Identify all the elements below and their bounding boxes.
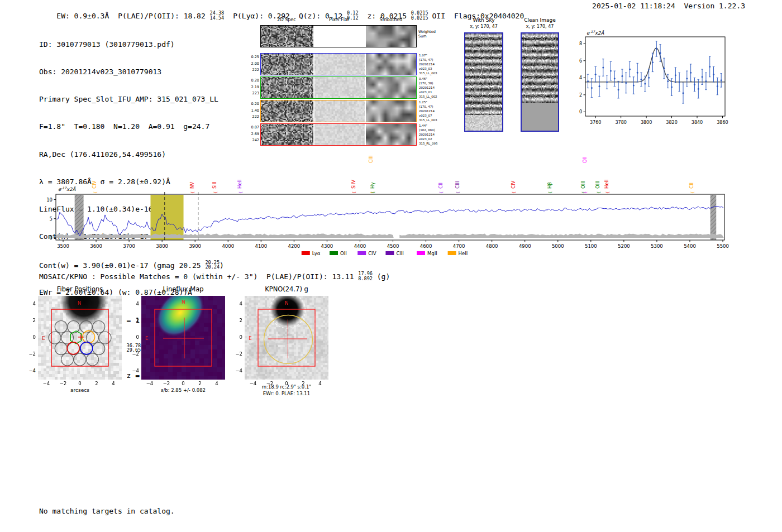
flux-point (621, 75, 623, 77)
spec2d-fiber-strip (260, 123, 417, 146)
ytick-label: 10 (46, 197, 53, 203)
flux-point (713, 74, 714, 75)
gaussian-fit-line (585, 48, 725, 82)
flux-point (606, 81, 608, 83)
spec2d-row-left-labels: 0.20 1.40 222 (244, 101, 259, 121)
flux-point (618, 89, 619, 90)
legend-swatch (330, 251, 338, 255)
cutout-xtick-label: −4 (247, 381, 259, 386)
spec2d-weighted-strip (260, 25, 417, 47)
emission-line-label: CIII (368, 156, 374, 163)
xtick-label: 3800 (641, 120, 652, 125)
with-sky-title: With Sky (464, 17, 503, 23)
cutout-ytick-label: 4 (230, 301, 242, 306)
flux-point (652, 61, 654, 63)
legend-swatch (417, 251, 425, 255)
spec2d-image (314, 54, 365, 75)
emission-line-label: Hβ (547, 182, 552, 189)
spec2d-image (261, 100, 313, 122)
mosaic-lo: 8.892 (358, 276, 373, 281)
flux-point (702, 76, 703, 78)
with-sky-xy: x, y: 170, 47 (464, 24, 503, 29)
info-line-seeing: F=1.8" T=0.180 N=1.20 A=0.91 g=24.7 (39, 122, 224, 131)
cutout-xtick-label: 0 (178, 381, 189, 386)
spec2d-image (314, 77, 365, 98)
xtick-label: 4500 (387, 243, 399, 249)
xtick-label: 4400 (354, 243, 366, 249)
flux-point (614, 78, 616, 79)
flux-point (625, 82, 627, 84)
emission-line-label: OIII (580, 181, 586, 189)
xtick-label: 5100 (585, 243, 597, 249)
spec2d-col-title-smoothed: Smoothed (365, 17, 417, 22)
sum-word: Sum (418, 34, 436, 39)
noise-floor (56, 233, 394, 238)
legend-label: OII (340, 251, 347, 256)
emission-line-brace: { (190, 191, 195, 194)
plae-main: P(LAE)/P(OII): 18.82 (118, 12, 209, 20)
flux-point (663, 68, 665, 69)
full-spectrum-chart: 3500360037003800390040004100420043004400… (31, 146, 735, 265)
cutout-xtick-label: −2 (58, 381, 69, 386)
spec2d-weighted-sum-label: Weighted Sum (418, 30, 436, 39)
plae-range: 24.3814.54 (210, 11, 225, 20)
flux-point (709, 66, 711, 68)
spec2d-col-title-pixelflat: Pixel Flat (314, 17, 364, 22)
with-sky-panel (464, 32, 503, 132)
cutout-xtick-label: −2 (264, 381, 275, 386)
footer-notes: No matching targets in catalog. Row inte… (39, 488, 175, 532)
xtick-label: 5500 (717, 243, 729, 249)
cutout-xtick-label: 4 (314, 381, 326, 386)
cutout-xtick-label: −4 (41, 381, 52, 386)
plae-lo: 14.54 (210, 16, 225, 21)
cutout-ytick-label: 2 (230, 318, 242, 323)
legend-swatch (448, 251, 456, 255)
cutout-ytick-label: 4 (127, 301, 139, 306)
xtick-label: 4700 (453, 243, 465, 249)
legend-label: CIV (368, 251, 376, 256)
xtick-label: 3760 (590, 120, 601, 125)
flux-point (648, 77, 650, 79)
spec2d-fiber-strip (260, 53, 417, 75)
plae-poii-value: P(LAE)/P(OII): 18.82 24.3814.54 (118, 12, 224, 20)
kpno-image (245, 296, 328, 380)
flux-point (595, 74, 597, 75)
cutout-ytick-label: 4 (23, 301, 36, 306)
emission-line-brace: { (439, 191, 444, 194)
spec2d-row-left-labels: 0.25 2.00 222 (244, 54, 259, 74)
kpno-caption-2: EWr: 0. PLAE: 13.11 (239, 391, 334, 396)
spec2d-row-annotations: 1.44" (162, 860) 20201214 v023_02 315_RL… (419, 123, 444, 146)
xtick-label: 3780 (615, 120, 626, 125)
cutout-ytick-label: 0 (23, 334, 36, 340)
info-line-id: ID: 3010779013 (3010779013.pdf) (39, 40, 224, 49)
emission-line-brace: { (583, 191, 588, 194)
xtick-label: 3840 (692, 120, 703, 125)
masked-region (711, 195, 717, 240)
mosaic-suffix: (g) (373, 272, 390, 281)
flux-point (610, 70, 612, 72)
clean-image-xy: x, y: 170, 47 (521, 24, 559, 29)
info-line-obs: Obs: 20201214v023_3010779013 (39, 68, 224, 76)
emission-line-brace: { (352, 191, 356, 194)
cutout-xtick-label: −4 (144, 381, 155, 386)
xtick-label: 3600 (90, 243, 102, 249)
emission-line-label: Hγ (370, 183, 375, 189)
emission-line-label: HeII (604, 179, 609, 189)
emission-line-brace: { (548, 191, 552, 194)
spec2d-fiber-strip (260, 76, 417, 99)
xtick-label: 3820 (666, 120, 677, 125)
ytick-label: 2 (579, 93, 582, 98)
emission-line-brace: { (690, 191, 695, 194)
info-line-primary-spec: Primary Spec_Slot_IFU_AMP: 315_021_073_L… (39, 95, 224, 104)
ytick-label: 6 (579, 59, 582, 64)
flux-point (660, 52, 661, 54)
cutout-xtick-label: 2 (91, 381, 102, 386)
lineflux-map-title: Lineflux Map (141, 285, 225, 293)
cutout-ytick-label: −4 (23, 368, 36, 373)
flux-point (671, 87, 673, 88)
footer-line-1: No matching targets in catalog. (39, 507, 175, 516)
emission-line-label: HeII (237, 179, 242, 189)
flux-point (637, 72, 638, 74)
flux-point (644, 83, 646, 84)
flux-point (629, 69, 631, 70)
